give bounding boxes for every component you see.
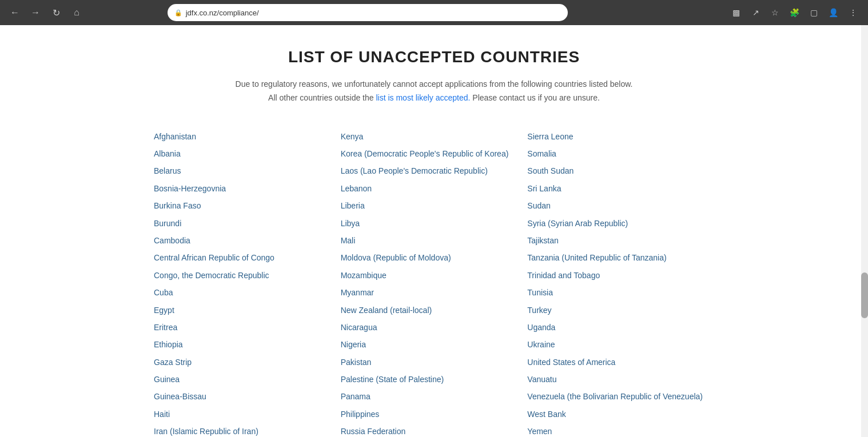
share-icon[interactable]: ↗ [748, 5, 764, 21]
list-item: Belarus [154, 162, 341, 179]
scrollbar-thumb[interactable] [861, 272, 868, 318]
list-item: Russia Federation [341, 423, 528, 437]
list-item: Mali [341, 232, 528, 249]
list-item: Venezuela (the Bolivarian Republic of Ve… [527, 388, 714, 405]
list-item: Palestine (State of Palestine) [341, 371, 528, 388]
list-item: Uganda [527, 319, 714, 336]
list-item: Sri Lanka [527, 180, 714, 197]
forward-button[interactable]: → [27, 5, 43, 21]
country-column-3: Sierra LeoneSomaliaSouth SudanSri LankaS… [527, 128, 714, 437]
list-item: Tajikstan [527, 232, 714, 249]
address-bar[interactable]: 🔒 jdfx.co.nz/compliance/ [168, 4, 568, 21]
list-item: Libya [341, 215, 528, 232]
list-item: Syria (Syrian Arab Republic) [527, 215, 714, 232]
list-item: United States of America [527, 354, 714, 371]
page-content: LIST OF UNACCEPTED COUNTRIES Due to regu… [0, 25, 868, 437]
list-item: West Bank [527, 406, 714, 423]
tab-icon[interactable]: ▢ [806, 5, 822, 21]
extension-icon[interactable]: 🧩 [787, 5, 803, 21]
list-item: Cambodia [154, 232, 341, 249]
country-column-1: AfghanistanAlbaniaBelarusBosnia-Herzegov… [154, 128, 341, 437]
list-item: Ethiopia [154, 336, 341, 353]
browser-chrome: ← → ↻ ⌂ 🔒 jdfx.co.nz/compliance/ ▩ ↗ ☆ 🧩… [0, 0, 868, 25]
screencast-icon[interactable]: ▩ [728, 5, 744, 21]
list-item: Nicaragua [341, 319, 528, 336]
home-button[interactable]: ⌂ [69, 5, 85, 21]
browser-actions: ▩ ↗ ☆ 🧩 ▢ 👤 ⋮ [728, 5, 861, 21]
list-item: Turkey [527, 302, 714, 319]
list-item: Panama [341, 388, 528, 405]
list-item: Burkina Faso [154, 197, 341, 214]
list-item: Korea (Democratic People's Republic of K… [341, 145, 528, 162]
list-item: Liberia [341, 197, 528, 214]
menu-icon[interactable]: ⋮ [845, 5, 861, 21]
subtitle: Due to regulatory reasons, we unfortunat… [11, 78, 857, 105]
lock-icon: 🔒 [174, 9, 182, 17]
countries-grid: AfghanistanAlbaniaBelarusBosnia-Herzegov… [120, 128, 748, 437]
back-button[interactable]: ← [7, 5, 23, 21]
list-item: Sudan [527, 197, 714, 214]
list-item: Albania [154, 145, 341, 162]
list-item: Somalia [527, 145, 714, 162]
list-item: Myanmar [341, 284, 528, 301]
list-item: Tunisia [527, 284, 714, 301]
profile-icon[interactable]: 👤 [826, 5, 842, 21]
list-item: Trinidad and Tobago [527, 267, 714, 284]
scrollbar[interactable] [861, 25, 868, 437]
list-item: Kenya [341, 128, 528, 145]
list-link[interactable]: list is most likely accepted. [376, 93, 470, 102]
star-icon[interactable]: ☆ [767, 5, 783, 21]
list-item: Pakistan [341, 354, 528, 371]
list-item: New Zealand (retail-local) [341, 302, 528, 319]
list-item: Sierra Leone [527, 128, 714, 145]
list-item: Laos (Lao People's Democratic Republic) [341, 162, 528, 179]
list-item: Bosnia-Herzegovnia [154, 180, 341, 197]
refresh-button[interactable]: ↻ [48, 5, 64, 21]
list-item: Iran (Islamic Republic of Iran) [154, 423, 341, 437]
list-item: Central African Republic of Congo [154, 249, 341, 266]
list-item: Guinea-Bissau [154, 388, 341, 405]
subtitle-line1: Due to regulatory reasons, we unfortunat… [236, 79, 633, 89]
list-item: Philippines [341, 406, 528, 423]
list-item: Egypt [154, 302, 341, 319]
list-item: Moldova (Republic of Moldova) [341, 249, 528, 266]
country-column-2: KenyaKorea (Democratic People's Republic… [341, 128, 528, 437]
list-item: Ukraine [527, 336, 714, 353]
list-item: Lebanon [341, 180, 528, 197]
list-item: Nigeria [341, 336, 528, 353]
list-item: Yemen [527, 423, 714, 437]
list-item: Vanuatu [527, 371, 714, 388]
list-item: Congo, the Democratic Republic [154, 267, 341, 284]
url-text: jdfx.co.nz/compliance/ [186, 9, 259, 17]
list-item: Guinea [154, 371, 341, 388]
list-item: Mozambique [341, 267, 528, 284]
list-item: Cuba [154, 284, 341, 301]
list-item: South Sudan [527, 162, 714, 179]
list-item: Burundi [154, 215, 341, 232]
list-item: Tanzania (United Republic of Tanzania) [527, 249, 714, 266]
list-item: Haiti [154, 406, 341, 423]
list-item: Eritrea [154, 319, 341, 336]
list-item: Afghanistan [154, 128, 341, 145]
list-item: Gaza Strip [154, 354, 341, 371]
subtitle-line2: All other countries outside the list is … [268, 93, 600, 102]
page-title: LIST OF UNACCEPTED COUNTRIES [11, 48, 857, 66]
